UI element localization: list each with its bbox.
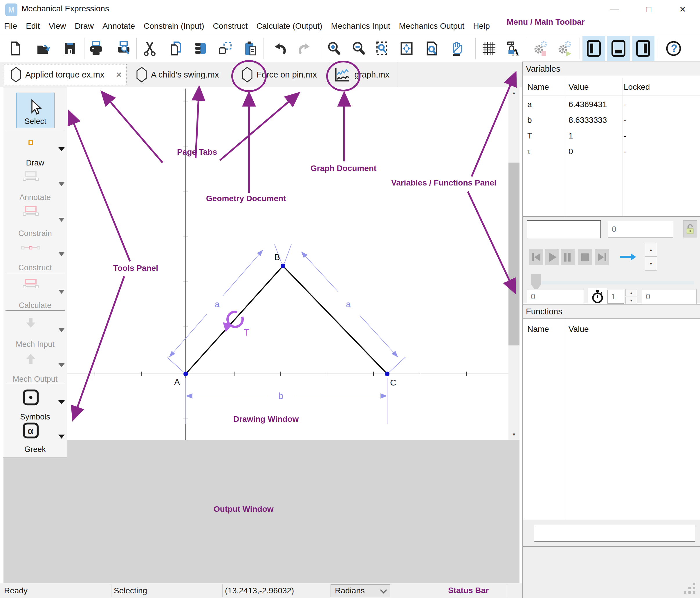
interval-down-button[interactable]: ▼ [625, 297, 637, 304]
draw-tool-dropdown[interactable] [58, 147, 65, 151]
animation-slider-thumb[interactable] [531, 274, 541, 292]
stop-button[interactable] [578, 249, 592, 265]
annotate-tool-label[interactable]: Annotate [3, 193, 67, 202]
var-locked[interactable]: - [624, 147, 626, 156]
open-button[interactable] [34, 38, 54, 59]
animation-slider-track[interactable] [542, 281, 694, 284]
direction-arrow-icon[interactable] [619, 252, 637, 262]
point-C[interactable] [385, 372, 390, 376]
constrain-tool-icon[interactable] [3, 206, 58, 216]
grid-button[interactable] [478, 38, 499, 59]
scroll-up-icon[interactable]: ▲ [508, 87, 520, 98]
mech-output-tool-icon[interactable] [3, 352, 58, 365]
annotate-tool-icon[interactable] [3, 171, 58, 181]
constrain-tool-label[interactable]: Constrain [3, 229, 67, 238]
slider-start-input[interactable] [527, 289, 584, 304]
menu-calculate-output[interactable]: Calculate (Output) [256, 22, 322, 31]
print-button[interactable] [86, 38, 106, 59]
var-name[interactable]: τ [527, 147, 530, 156]
copy-button[interactable] [166, 38, 186, 59]
menu-mechanics-output[interactable]: Mechanics Output [399, 22, 465, 31]
new-document-button[interactable] [5, 38, 26, 59]
zoom-in-button[interactable] [324, 38, 344, 59]
menu-mechanics-input[interactable]: Mechanics Input [331, 22, 390, 31]
var-value[interactable]: 6.4369431 [569, 100, 607, 109]
var-locked[interactable]: - [624, 116, 626, 125]
cut-button[interactable] [140, 38, 160, 59]
undo-button[interactable] [269, 38, 290, 59]
greek-tool-dropdown[interactable] [58, 434, 65, 439]
drawing-vertical-scrollbar[interactable]: ▲ ▼ [508, 87, 520, 440]
var-name[interactable]: b [527, 116, 532, 125]
animation-variable-input[interactable] [527, 220, 601, 238]
tab-force-on-pin[interactable]: Force on pin.mx [242, 62, 317, 87]
drawing-window[interactable]: a a b A B C T [0, 87, 508, 440]
mech-input-tool-label[interactable]: Mech Input [3, 340, 67, 349]
point-B[interactable] [281, 264, 285, 268]
select-tool-button[interactable]: Select [16, 93, 54, 128]
constrain-tool-dropdown[interactable] [58, 218, 65, 222]
construct-tool-label[interactable]: Construct [3, 263, 67, 272]
go-to-end-button[interactable] [595, 249, 609, 265]
toggle-right-panel-button[interactable] [632, 36, 654, 61]
speed-down-button[interactable]: ▼ [645, 257, 657, 271]
minimize-button[interactable]: — [606, 2, 623, 16]
mech-output-tool-dropdown[interactable] [58, 363, 65, 367]
zoom-out-button[interactable] [349, 38, 369, 59]
menu-construct[interactable]: Construct [213, 22, 248, 31]
var-value[interactable]: 1 [569, 131, 573, 141]
copy-data-button[interactable] [191, 38, 211, 59]
menu-file[interactable]: File [4, 22, 17, 31]
settings-stop-button[interactable] [530, 38, 551, 59]
annotate-tool-dropdown[interactable] [58, 182, 65, 186]
scroll-down-icon[interactable]: ▼ [508, 429, 520, 440]
zoom-selection-button[interactable] [373, 38, 393, 59]
var-value[interactable]: 8.6333333 [569, 116, 607, 125]
zoom-page-button[interactable] [422, 38, 442, 59]
print-preview-button[interactable] [114, 38, 134, 59]
toggle-left-panel-button[interactable] [582, 36, 605, 61]
menu-help[interactable]: Help [473, 22, 490, 31]
duplicate-button[interactable] [215, 38, 235, 59]
menu-edit[interactable]: Edit [26, 22, 40, 31]
toggle-bottom-panel-button[interactable] [607, 36, 630, 61]
draw-tool-icon[interactable] [3, 140, 58, 145]
tab-applied-torque[interactable]: Applied torque ex.mx × [4, 64, 127, 85]
animation-lock-button[interactable] [683, 220, 697, 238]
var-name[interactable]: a [527, 100, 532, 109]
calculate-tool-icon[interactable] [3, 278, 58, 289]
var-value[interactable]: 0 [569, 147, 573, 156]
scrollbar-thumb[interactable] [508, 163, 520, 345]
tab-close-icon[interactable]: × [116, 69, 122, 80]
close-button[interactable]: × [674, 2, 691, 16]
mech-output-tool-label[interactable]: Mech Output [3, 375, 67, 384]
greek-tool-icon[interactable]: α [3, 422, 58, 439]
redo-button[interactable] [295, 38, 315, 59]
interval-up-button[interactable]: ▲ [625, 289, 637, 296]
symbols-tool-label[interactable]: Symbols [3, 413, 67, 422]
menu-draw[interactable]: Draw [75, 22, 94, 31]
symbols-tool-icon[interactable] [3, 389, 58, 406]
function-entry-input[interactable] [534, 525, 695, 542]
timer-button[interactable] [588, 288, 607, 305]
angle-unit-dropdown[interactable]: Radians [330, 584, 390, 597]
mech-input-tool-icon[interactable] [3, 317, 58, 329]
save-button[interactable] [60, 38, 80, 59]
paste-button[interactable] [240, 38, 260, 59]
pan-button[interactable] [446, 38, 467, 59]
mech-input-tool-dropdown[interactable] [58, 328, 65, 332]
text-style-lock-button[interactable]: A [502, 38, 523, 59]
go-to-start-button[interactable] [529, 249, 543, 265]
menu-view[interactable]: View [48, 22, 66, 31]
tab-graph[interactable]: graph.mx [329, 62, 390, 87]
help-button[interactable]: ? [664, 38, 684, 59]
construct-tool-icon[interactable] [3, 245, 58, 251]
zoom-extents-button[interactable] [396, 38, 417, 59]
point-A[interactable] [183, 372, 188, 376]
menu-constrain-input[interactable]: Constrain (Input) [144, 22, 204, 31]
interval-input[interactable] [607, 290, 624, 304]
settings-run-button[interactable] [555, 38, 575, 59]
var-name[interactable]: T [527, 131, 532, 141]
slider-end-input[interactable] [642, 289, 697, 304]
speed-up-button[interactable]: ▲ [645, 243, 657, 257]
